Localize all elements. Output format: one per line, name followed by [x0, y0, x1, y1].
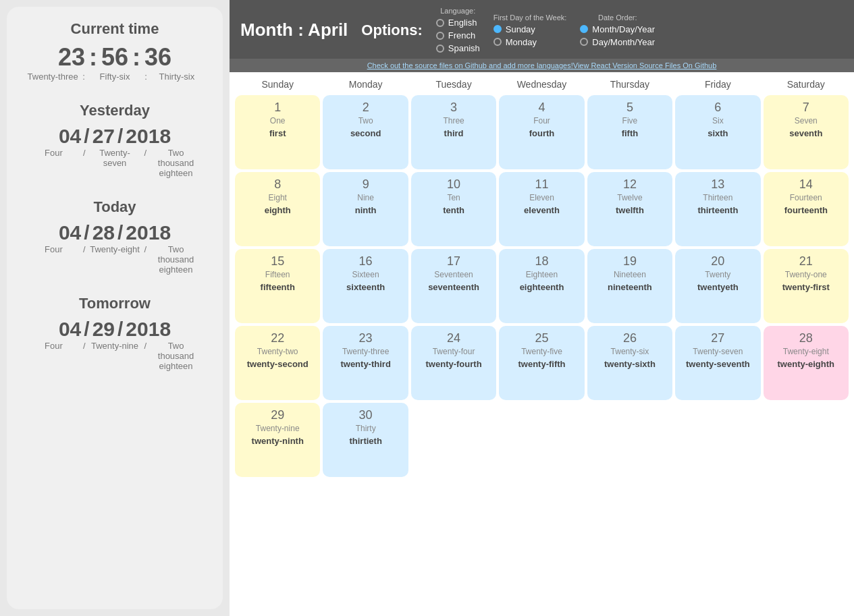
cal-cell[interactable]: 22Twenty-twotwenty-second — [235, 326, 320, 400]
cal-cell[interactable]: 6Sixsixth — [675, 95, 760, 169]
cal-cell[interactable]: 24Twenty-fourtwenty-fourth — [411, 326, 496, 400]
monday-option[interactable]: Monday — [493, 37, 567, 47]
cal-cell[interactable]: 30Thirtythirtieth — [323, 403, 408, 477]
colon-lbl2: : — [144, 72, 147, 82]
day-word: Eleven — [529, 193, 554, 202]
language-label: Language: — [436, 7, 480, 15]
cal-cell[interactable]: 13Thirteenthirteenth — [675, 172, 760, 246]
day-number: 17 — [447, 254, 460, 269]
cal-cell[interactable]: 18Eighteeneighteenth — [499, 249, 584, 323]
day-ordinal: fifteenth — [261, 282, 295, 292]
day-word: Twenty-one — [785, 270, 827, 279]
calendar-grid: 1Onefirst2Twosecond3Threethird4Fourfourt… — [235, 95, 849, 477]
cal-cell[interactable]: 26Twenty-sixtwenty-sixth — [587, 326, 672, 400]
day-number: 16 — [359, 254, 373, 269]
cal-cell[interactable]: 23Twenty-threetwenty-third — [323, 326, 408, 400]
cal-cell[interactable] — [499, 403, 584, 477]
dmy-label: Day/Month/Year — [592, 37, 655, 47]
cal-cell[interactable]: 3Threethird — [411, 95, 496, 169]
cal-cell[interactable] — [411, 403, 496, 477]
cal-cell[interactable] — [675, 403, 760, 477]
english-radio[interactable] — [436, 19, 444, 27]
calendar: SundayMondayTuesdayWednesdayThursdayFrid… — [230, 72, 854, 616]
day-word: Fifteen — [265, 270, 290, 279]
tm-year-word: Two thousand eighteen — [149, 341, 203, 371]
english-option[interactable]: English — [436, 18, 480, 28]
mdy-option[interactable]: Month/Day/Year — [580, 24, 655, 34]
cal-cell[interactable]: 17Seventeenseventeenth — [411, 249, 496, 323]
day-number: 11 — [535, 177, 548, 192]
day-word: Eighteen — [526, 270, 558, 279]
cal-cell[interactable]: 7Sevenseventh — [764, 95, 849, 169]
french-option[interactable]: French — [436, 30, 480, 40]
month-title: Month : April — [240, 20, 348, 40]
cal-cell[interactable]: 9Nineninth — [323, 172, 408, 246]
yesterday-label: Yesterday — [27, 102, 203, 119]
cal-cell[interactable]: 29Twenty-ninetwenty-ninth — [235, 403, 320, 477]
spanish-option[interactable]: Spanish — [436, 43, 480, 53]
day-number: 24 — [447, 331, 460, 345]
dmy-radio[interactable] — [580, 38, 588, 46]
mdy-radio[interactable] — [580, 25, 588, 33]
day-word: Twenty — [705, 270, 730, 279]
cal-cell[interactable]: 12Twelvetwelfth — [587, 172, 672, 246]
cal-cell[interactable] — [587, 403, 672, 477]
day-ordinal: sixteenth — [346, 282, 385, 292]
day-word: One — [270, 116, 286, 125]
day-ordinal: first — [269, 128, 286, 138]
cal-cell[interactable]: 11Eleveneleventh — [499, 172, 584, 246]
day-number: 25 — [535, 331, 548, 345]
day-word: Two — [358, 116, 373, 125]
colon-lbl1: : — [82, 72, 85, 82]
sunday-option[interactable]: Sunday — [493, 24, 567, 34]
day-word: Twenty-five — [521, 347, 562, 356]
day-number: 13 — [711, 177, 724, 192]
day-ordinal: twenty-fourth — [426, 359, 482, 369]
y-month-word: Four — [27, 148, 80, 158]
cal-cell[interactable]: 27Twenty-seventwenty-seventh — [675, 326, 760, 400]
cal-cell[interactable] — [764, 403, 849, 477]
cal-cell[interactable]: 15Fifteenfifteenth — [235, 249, 320, 323]
right-panel: Month : April Options: Language: English… — [230, 0, 854, 616]
day-word: Twenty-six — [611, 347, 649, 356]
t-year-word: Two thousand eighteen — [149, 244, 203, 275]
sunday-radio[interactable] — [493, 25, 502, 33]
day-ordinal: second — [350, 128, 381, 138]
cal-cell[interactable]: 19Nineteennineteenth — [587, 249, 672, 323]
day-number: 5 — [626, 101, 633, 115]
firstday-options: First Day of the Week: Sunday Monday — [493, 13, 567, 47]
spanish-radio[interactable] — [436, 45, 444, 53]
t-month-word: Four — [27, 244, 80, 254]
source-link[interactable]: Check out the source files on Github and… — [230, 59, 854, 72]
y-year-word: Two thousand eighteen — [149, 148, 203, 178]
day-number: 30 — [359, 408, 373, 422]
cal-cell[interactable]: 8Eighteighth — [235, 172, 320, 246]
day-word: Seventeen — [434, 270, 473, 279]
cal-cell[interactable]: 1Onefirst — [235, 95, 320, 169]
cal-cell[interactable]: 16Sixteensixteenth — [323, 249, 408, 323]
day-number: 19 — [623, 254, 637, 269]
day-ordinal: ninth — [355, 205, 377, 215]
cal-cell[interactable]: 20Twentytwentyeth — [675, 249, 760, 323]
cal-cell[interactable]: 10Tententh — [411, 172, 496, 246]
y-year: 2018 — [126, 125, 171, 148]
language-options: Language: English French Spanish — [436, 7, 480, 53]
sunday-label: Sunday — [506, 24, 535, 34]
french-radio[interactable] — [436, 32, 444, 40]
cal-cell[interactable]: 2Twosecond — [323, 95, 408, 169]
day-ordinal: eighteenth — [520, 282, 564, 292]
dmy-option[interactable]: Day/Month/Year — [580, 37, 655, 47]
cal-cell[interactable]: 4Fourfourth — [499, 95, 584, 169]
cal-cell[interactable]: 5Fivefifth — [587, 95, 672, 169]
day-word: Thirteen — [703, 193, 732, 202]
cal-cell[interactable]: 28Twenty-eighttwenty-eighth — [764, 326, 849, 400]
options-label: Options: — [361, 22, 422, 39]
day-word: Seven — [795, 116, 818, 125]
cal-cell[interactable]: 14Fourteenfourteenth — [764, 172, 849, 246]
cal-cell[interactable]: 25Twenty-fivetwenty-fifth — [499, 326, 584, 400]
current-time-section: Current time 23 : 56 : 36 Twenty-three :… — [27, 20, 203, 82]
cal-cell[interactable]: 21Twenty-onetwenty-first — [764, 249, 849, 323]
day-ordinal: twentyeth — [697, 282, 739, 292]
monday-radio[interactable] — [493, 38, 502, 46]
day-number: 14 — [799, 177, 813, 192]
